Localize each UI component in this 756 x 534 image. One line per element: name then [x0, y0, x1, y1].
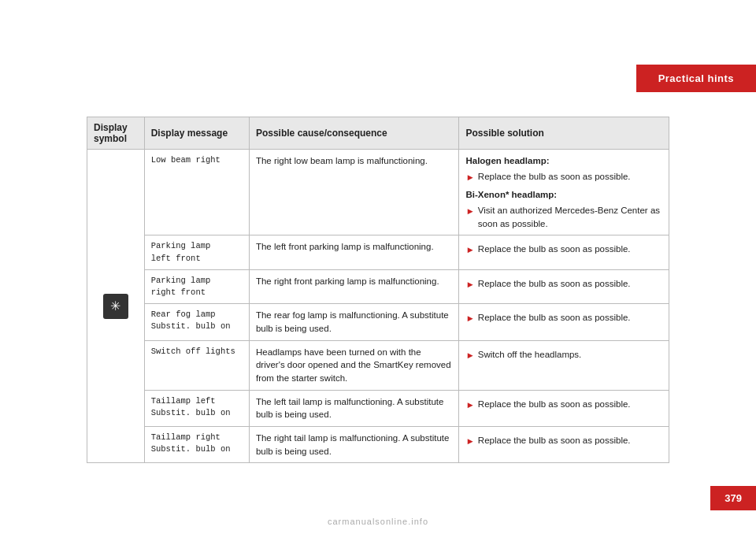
solution-cell: ► Replace the bulb as soon as possible.	[459, 390, 669, 426]
cause-cell: The rear fog lamp is malfunctioning. A s…	[249, 304, 459, 340]
col-header-symbol: Display symbol	[87, 117, 145, 150]
section-header: Practical hints	[636, 65, 756, 92]
arrow-icon: ►	[465, 399, 474, 412]
table-row: Parking lampright front The right front …	[87, 269, 669, 303]
solution-text: Switch off the headlamps.	[478, 348, 581, 362]
display-table: Display symbol Display message Possible …	[87, 117, 669, 463]
arrow-icon: ►	[465, 171, 474, 184]
table-row: Switch off lights Headlamps have been tu…	[87, 340, 669, 390]
cause-cell: The left front parking lamp is malfuncti…	[249, 235, 459, 269]
arrow-icon: ►	[465, 243, 474, 257]
solution-cell: ► Replace the bulb as soon as possible.	[459, 304, 669, 340]
solution-label: Halogen headlamp:	[465, 154, 662, 168]
symbol-cell: ✳	[87, 150, 145, 463]
cause-cell: The right front parking lamp is malfunct…	[249, 269, 459, 303]
solution-cell: ► Switch off the headlamps.	[459, 340, 669, 390]
solution-text-2: Visit an authorized Mercedes-Benz Center…	[478, 204, 662, 230]
col-header-solution: Possible solution	[459, 117, 669, 150]
solution-cell: ► Replace the bulb as soon as possible.	[459, 235, 669, 269]
message-cell: Rear fog lampSubstit. bulb on	[144, 304, 249, 340]
solution-item: ► Replace the bulb as soon as possible.	[465, 243, 662, 257]
message-cell: Low beam right	[144, 150, 249, 235]
solution-text: Replace the bulb as soon as possible.	[478, 277, 631, 291]
message-cell: Switch off lights	[144, 340, 249, 390]
message-cell: Parking lampright front	[144, 269, 249, 303]
col-header-message: Display message	[144, 117, 249, 150]
table-row: Taillamp leftSubstit. bulb on The left t…	[87, 390, 669, 426]
cause-cell: The right low beam lamp is malfunctionin…	[249, 150, 459, 235]
message-cell: Parking lampleft front	[144, 235, 249, 269]
solution-item: ► Replace the bulb as soon as possible.	[465, 398, 662, 412]
solution-item: ► Replace the bulb as soon as possible.	[465, 434, 662, 448]
cause-cell: Headlamps have been turned on with the d…	[249, 340, 459, 390]
message-cell: Taillamp leftSubstit. bulb on	[144, 390, 249, 426]
solution-item: ► Replace the bulb as soon as possible.	[465, 277, 662, 291]
solution-item-2: ► Visit an authorized Mercedes-Benz Cent…	[465, 204, 662, 230]
message-cell: Taillamp rightSubstit. bulb on	[144, 426, 249, 462]
col-header-cause: Possible cause/consequence	[249, 117, 459, 150]
solution-text: Replace the bulb as soon as possible.	[478, 243, 631, 256]
arrow-icon: ►	[465, 312, 474, 325]
table-row: Parking lampleft front The left front pa…	[87, 235, 669, 269]
solution-text: Replace the bulb as soon as possible.	[478, 434, 631, 447]
main-content: Display symbol Display message Possible …	[87, 117, 669, 463]
lamp-icon: ✳	[103, 294, 128, 319]
arrow-icon: ►	[465, 278, 474, 291]
table-row: ✳ Low beam right The right low beam lamp…	[87, 150, 669, 235]
solution-text: Replace the bulb as soon as possible.	[478, 398, 631, 411]
solution-cell: Halogen headlamp: ► Replace the bulb as …	[459, 150, 669, 235]
arrow-icon: ►	[465, 349, 474, 362]
page-number: 379	[710, 486, 756, 510]
solution-text: Replace the bulb as soon as possible.	[478, 311, 631, 324]
solution-text: Replace the bulb as soon as possible.	[478, 170, 631, 184]
watermark: carmanualsonline.info	[328, 517, 428, 526]
cause-cell: The left tail lamp is malfunctioning. A …	[249, 390, 459, 426]
arrow-icon-2: ►	[465, 205, 474, 218]
solution-item: ► Replace the bulb as soon as possible.	[465, 170, 662, 184]
solution-label-2: Bi-Xenon* headlamp:	[465, 188, 662, 202]
arrow-icon: ►	[465, 435, 474, 448]
solution-cell: ► Replace the bulb as soon as possible.	[459, 426, 669, 462]
table-row: Taillamp rightSubstit. bulb on The right…	[87, 426, 669, 462]
solution-item: ► Replace the bulb as soon as possible.	[465, 311, 662, 325]
solution-cell: ► Replace the bulb as soon as possible.	[459, 269, 669, 303]
cause-cell: The right tail lamp is malfunctioning. A…	[249, 426, 459, 462]
table-row: Rear fog lampSubstit. bulb on The rear f…	[87, 304, 669, 340]
solution-item: ► Switch off the headlamps.	[465, 348, 662, 362]
